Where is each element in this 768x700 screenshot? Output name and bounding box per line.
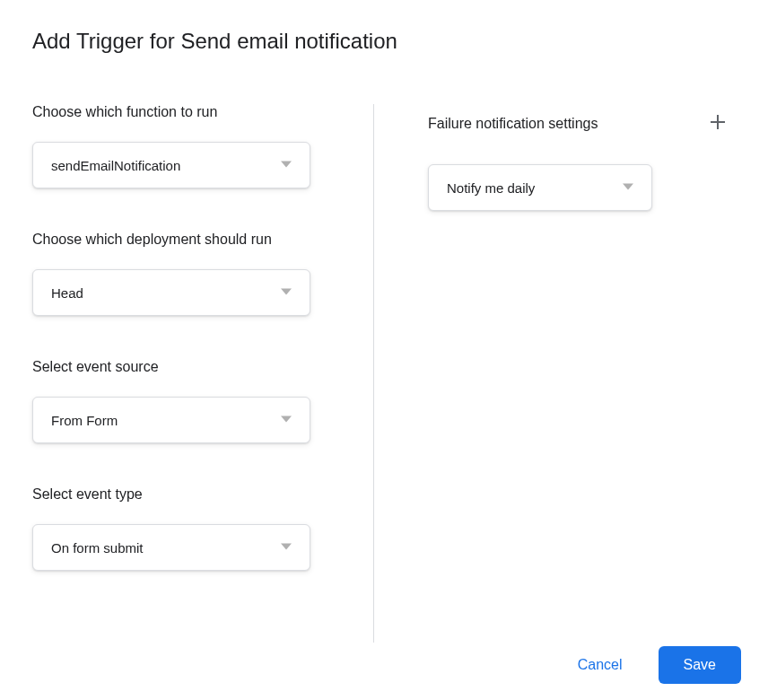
deployment-label: Choose which deployment should run: [32, 232, 319, 248]
event-source-dropdown[interactable]: From Form: [32, 397, 310, 443]
event-type-dropdown[interactable]: On form submit: [32, 524, 310, 571]
caret-down-icon: [281, 157, 292, 173]
event-source-label: Select event source: [32, 359, 319, 375]
dialog-title: Add Trigger for Send email notification: [32, 29, 736, 54]
deployment-value: Head: [51, 285, 281, 301]
function-dropdown[interactable]: sendEmailNotification: [32, 142, 310, 188]
caret-down-icon: [281, 539, 292, 556]
save-button[interactable]: Save: [659, 646, 741, 684]
event-type-label: Select event type: [32, 486, 319, 503]
add-notification-button[interactable]: [700, 104, 736, 143]
caret-down-icon: [281, 284, 292, 301]
deployment-dropdown[interactable]: Head: [32, 269, 310, 316]
function-value: sendEmailNotification: [51, 158, 281, 173]
failure-notification-label: Failure notification settings: [428, 116, 598, 132]
plus-icon: [707, 111, 729, 136]
caret-down-icon: [623, 179, 633, 196]
cancel-button[interactable]: Cancel: [563, 648, 637, 682]
event-type-value: On form submit: [51, 540, 281, 556]
function-label: Choose which function to run: [32, 104, 319, 120]
caret-down-icon: [281, 412, 292, 428]
failure-notification-value: Notify me daily: [447, 180, 623, 196]
failure-notification-dropdown[interactable]: Notify me daily: [428, 164, 652, 211]
event-source-value: From Form: [51, 413, 281, 428]
